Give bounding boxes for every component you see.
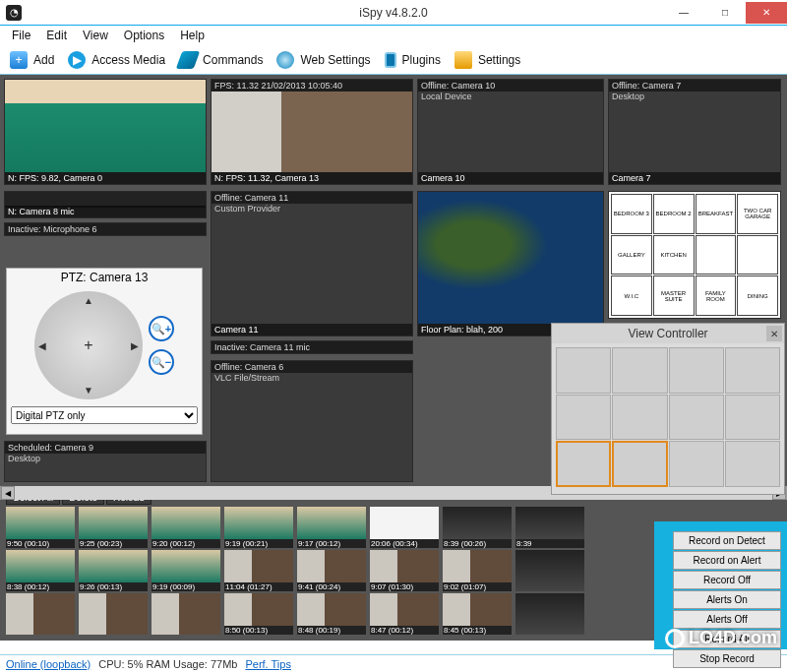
camera-0-footer: N: FPS: 9.82, Camera 0: [5, 172, 206, 184]
menubar: File Edit View Options Help: [0, 26, 787, 45]
camera-7[interactable]: Offline: Camera 7 Desktop Camera 7: [608, 79, 781, 185]
menu-help[interactable]: Help: [174, 27, 211, 44]
toolbar-plugins[interactable]: Plugins: [385, 52, 441, 68]
thumbnail[interactable]: 9:02 (01:07): [443, 550, 512, 591]
thumbnail[interactable]: 8:45 (00:13): [443, 593, 512, 635]
camera-11-footer: Camera 11: [212, 324, 412, 336]
globe-icon: [276, 51, 294, 69]
thumbnail[interactable]: 9:19 (00:09): [151, 550, 220, 591]
add-icon: +: [10, 51, 28, 69]
thumbnail[interactable]: 9:20 (00:12): [151, 507, 220, 548]
camera-7-footer: Camera 7: [609, 172, 780, 184]
menu-edit[interactable]: Edit: [40, 27, 73, 44]
titlebar: ◔ iSpy v4.8.2.0 — □ ✕: [0, 0, 787, 26]
world-map[interactable]: Floor Plan: blah, 200: [417, 191, 604, 336]
menu-view[interactable]: View: [77, 27, 114, 44]
floor-plan[interactable]: BEDROOM 3BEDROOM 2BREAKFASTTWO CAR GARAG…: [608, 191, 781, 319]
toolbar-add[interactable]: +Add: [10, 51, 54, 69]
thumbnail[interactable]: 8:47 (00:12): [370, 593, 439, 635]
thumbnail[interactable]: 9:26 (00:13): [79, 550, 148, 591]
ptz-dpad[interactable]: ▲ ▼ ▶ ◀ +: [34, 291, 143, 399]
view-controller-close[interactable]: ✕: [766, 326, 782, 341]
camera-7-header: Offline: Camera 7: [609, 80, 780, 92]
thumbnail[interactable]: [515, 550, 584, 591]
thumbnail[interactable]: [79, 593, 148, 635]
window-title: iSpy v4.8.2.0: [359, 6, 427, 20]
menu-options[interactable]: Options: [118, 27, 170, 44]
side-button-0[interactable]: Record on Detect: [673, 531, 781, 550]
arrow-left-icon[interactable]: ◀: [38, 340, 46, 351]
toolbar-commands[interactable]: Commands: [179, 51, 263, 69]
thumbnail[interactable]: [6, 593, 75, 635]
arrow-right-icon[interactable]: ▶: [131, 340, 139, 351]
camera-0[interactable]: N: FPS: 9.82, Camera 0: [4, 79, 207, 185]
watermark: LO4D.com: [665, 628, 777, 648]
camera-11[interactable]: Offline: Camera 11 Custom Provider Camer…: [211, 191, 413, 336]
arrow-down-icon[interactable]: ▼: [84, 385, 93, 396]
thumbnail[interactable]: 11:04 (01:27): [224, 550, 293, 591]
zoom-in-button[interactable]: 🔍+: [149, 316, 174, 341]
ptz-mode-select[interactable]: Digital PTZ only: [11, 406, 198, 424]
thumbnail[interactable]: 20:06 (00:34): [370, 507, 439, 548]
minimize-button[interactable]: —: [663, 2, 704, 24]
menu-file[interactable]: File: [6, 27, 36, 44]
thumbnail[interactable]: 9:25 (00:23): [79, 507, 148, 548]
camera-9[interactable]: Scheduled: Camera 9 Desktop: [4, 441, 207, 482]
thumbnail[interactable]: [151, 593, 220, 635]
camera-6[interactable]: Offline: Camera 6 VLC File/Stream: [211, 360, 413, 482]
status-online-link[interactable]: Online (loopback): [6, 658, 91, 670]
thumbnail[interactable]: [515, 593, 584, 635]
side-button-3[interactable]: Alerts On: [673, 590, 781, 609]
camera-11-header: Offline: Camera 11: [212, 192, 412, 204]
microphone-6[interactable]: Inactive: Microphone 6: [4, 222, 207, 236]
toolbar-access-media[interactable]: ▶Access Media: [68, 51, 165, 69]
camera-13-header: FPS: 11.32 21/02/2013 10:05:40: [212, 80, 412, 92]
app-icon: ◔: [6, 5, 22, 21]
camera-9-header: Scheduled: Camera 9: [5, 442, 206, 454]
view-controller[interactable]: View Controller ✕: [551, 323, 785, 495]
camera-11-mic[interactable]: Inactive: Camera 11 mic: [211, 340, 413, 354]
thumbnail[interactable]: 8:50 (00:13): [224, 593, 293, 635]
scroll-left-icon[interactable]: ◀: [1, 486, 15, 500]
thumbnail[interactable]: 9:41 (00:24): [297, 550, 366, 591]
toolbar-web-settings[interactable]: Web Settings: [276, 51, 370, 69]
status-perf-link[interactable]: Perf. Tips: [245, 658, 290, 670]
camera-11-sub: Custom Provider: [212, 204, 412, 214]
camera-13[interactable]: FPS: 11.32 21/02/2013 10:05:40 N: FPS: 1…: [211, 79, 413, 185]
thumbnail[interactable]: 8:39 (00:26): [443, 507, 512, 548]
camera-10[interactable]: Offline: Camera 10 Local Device Camera 1…: [417, 79, 604, 185]
status-cpu: CPU: 5% RAM Usage: 77Mb: [98, 658, 237, 670]
camera-8-mic[interactable]: N: Camera 8 mic: [4, 191, 207, 218]
camera-13-footer: N: FPS: 11.32, Camera 13: [212, 172, 412, 184]
arrow-up-icon[interactable]: ▲: [84, 295, 93, 306]
view-controller-grid[interactable]: [552, 343, 784, 491]
camera-9-sub: Desktop: [5, 454, 206, 463]
close-button[interactable]: ✕: [746, 2, 787, 24]
side-button-4[interactable]: Alerts Off: [673, 610, 781, 629]
maximize-button[interactable]: □: [704, 2, 746, 24]
toolbar-settings[interactable]: Settings: [454, 51, 520, 69]
plugin-icon: [385, 52, 396, 68]
floor-plan-rooms: BEDROOM 3BEDROOM 2BREAKFASTTWO CAR GARAG…: [609, 192, 780, 318]
thumbnail[interactable]: 8:38 (00:12): [6, 550, 75, 591]
side-button-2[interactable]: Record Off: [673, 571, 781, 589]
thumbnail[interactable]: 8:48 (00:19): [297, 593, 366, 635]
ptz-title: PTZ: Camera 13: [7, 269, 202, 286]
zoom-out-button[interactable]: 🔍−: [149, 349, 174, 375]
thumbnail[interactable]: 8:39: [515, 507, 584, 548]
camera-10-footer: Camera 10: [418, 172, 603, 184]
side-button-6[interactable]: Stop Record: [673, 649, 781, 668]
camera-8-mic-label: N: Camera 8 mic: [5, 206, 206, 217]
side-button-1[interactable]: Record on Alert: [673, 551, 781, 570]
ptz-panel: PTZ: Camera 13 ▲ ▼ ▶ ◀ + 🔍+ 🔍− Digital P…: [6, 268, 203, 435]
microphone-6-label: Inactive: Microphone 6: [5, 223, 206, 235]
thumbnail[interactable]: 9:50 (00:10): [6, 507, 75, 548]
thumbnail[interactable]: 9:19 (00:21): [224, 507, 293, 548]
toolbar: +Add ▶Access Media Commands Web Settings…: [0, 45, 787, 75]
ptz-center-icon[interactable]: +: [84, 336, 92, 354]
thumbnail[interactable]: 9:17 (00:12): [297, 507, 366, 548]
camera-6-header: Offline: Camera 6: [212, 361, 412, 373]
thumbnail[interactable]: 9:07 (01:30): [370, 550, 439, 591]
camera-11-mic-label: Inactive: Camera 11 mic: [212, 341, 412, 353]
view-controller-title: View Controller: [628, 327, 707, 340]
